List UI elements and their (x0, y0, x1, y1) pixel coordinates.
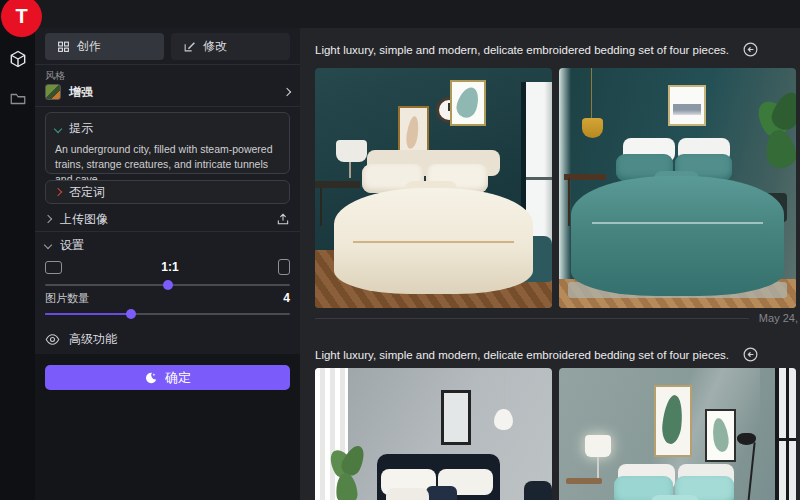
date-divider: May 24, (315, 312, 798, 324)
settings-row[interactable]: 设置 (45, 237, 290, 253)
result-prompt-row: Light luxury, simple and modern, delicat… (315, 41, 759, 58)
divider (35, 231, 300, 232)
result-image-row (315, 68, 796, 308)
generated-image-2[interactable] (559, 68, 796, 308)
chair (524, 481, 552, 500)
advanced-features-row[interactable]: 高级功能 (45, 331, 290, 347)
tab-modify[interactable]: 修改 (171, 33, 290, 60)
chevron-down-icon (44, 241, 52, 249)
eye-icon (45, 332, 60, 347)
generated-image-3[interactable] (315, 368, 552, 500)
model-cube-icon[interactable] (7, 48, 29, 70)
table-lamp (585, 435, 611, 457)
landscape-frame-icon[interactable] (45, 261, 62, 274)
bedroom-scene-aqua (559, 368, 796, 500)
settings-label: 设置 (60, 237, 84, 254)
divider (35, 106, 300, 107)
image-count-label: 图片数量 (45, 291, 89, 306)
mode-tabs: 创作 修改 (45, 33, 290, 60)
plant (324, 445, 367, 500)
result-prompt-text: Light luxury, simple and modern, delicat… (315, 349, 729, 361)
style-selector[interactable]: 增强 (45, 82, 290, 102)
generated-image-1[interactable] (315, 68, 552, 308)
pendant-lamp (494, 409, 513, 431)
confirm-button[interactable]: 确定 (45, 365, 290, 390)
aspect-ratio-slider[interactable] (45, 280, 290, 290)
tab-create-label: 创作 (77, 38, 101, 55)
chevron-right-icon (54, 188, 62, 196)
duvet (571, 176, 784, 296)
portrait-frame-icon[interactable] (278, 259, 290, 275)
style-section-label: 风格 (45, 69, 290, 83)
confirm-label: 确定 (165, 369, 191, 387)
upload-image-row[interactable]: 上传图像 (45, 210, 290, 228)
reuse-prompt-icon[interactable] (742, 41, 759, 58)
result-prompt-text: Light luxury, simple and modern, delicat… (315, 44, 729, 56)
prompt-box[interactable]: 提示 An underground city, filled with stea… (45, 112, 290, 174)
pendant-lamp (582, 118, 603, 137)
wall-art (450, 80, 486, 126)
bedroom-scene-white (315, 368, 552, 500)
result-prompt-row: Light luxury, simple and modern, delicat… (315, 346, 759, 363)
tab-create[interactable]: 创作 (45, 33, 164, 60)
image-count-row: 图片数量 4 (45, 291, 290, 305)
top-bar (35, 0, 800, 28)
table-lamp (336, 140, 367, 162)
chevron-right-icon (44, 215, 52, 223)
folder-icon[interactable] (7, 88, 29, 110)
style-thumbnail (45, 84, 61, 100)
wall-art (441, 390, 472, 445)
slider-thumb[interactable] (163, 280, 173, 290)
plant (753, 92, 796, 188)
wall-art (705, 409, 736, 462)
slider-thumb[interactable] (126, 309, 136, 319)
negative-label: 否定词 (69, 184, 105, 201)
control-panel: 创作 修改 风格 增强 提示 An underground city, fill… (35, 28, 300, 500)
bedroom-scene-cream (315, 68, 552, 308)
aspect-ratio-row: 1:1 (45, 258, 290, 276)
nightstand (315, 181, 360, 188)
tab-modify-label: 修改 (203, 38, 227, 55)
edit-icon (183, 40, 196, 53)
wall-art (654, 385, 692, 457)
style-value: 增强 (69, 84, 93, 101)
result-image-row (315, 368, 796, 500)
image-count-slider[interactable] (45, 309, 290, 319)
upload-label: 上传图像 (60, 211, 108, 228)
generation-gallery: Light luxury, simple and modern, delicat… (300, 28, 800, 500)
generated-image-4[interactable] (559, 368, 796, 500)
app-window: T 创作 修改 风格 增强 (0, 0, 800, 500)
divider (35, 64, 300, 65)
left-rail (0, 0, 35, 500)
aspect-ratio-value: 1:1 (62, 260, 278, 274)
grid-icon (57, 40, 70, 53)
chevron-right-icon (283, 88, 291, 96)
generation-date: May 24, (759, 312, 798, 324)
chevron-down-icon (54, 124, 62, 132)
crescent-magic-icon (144, 371, 158, 385)
advanced-features-label: 高级功能 (69, 331, 117, 348)
wall-art (668, 85, 706, 126)
window (775, 368, 796, 500)
bedroom-scene-teal (559, 68, 796, 308)
nightstand (566, 478, 602, 484)
negative-prompt-box[interactable]: 否定词 (45, 180, 290, 204)
reuse-prompt-icon[interactable] (742, 346, 759, 363)
prompt-label: 提示 (69, 120, 93, 137)
divider (315, 318, 749, 319)
image-count-value: 4 (283, 291, 290, 305)
upload-icon[interactable] (276, 212, 290, 226)
